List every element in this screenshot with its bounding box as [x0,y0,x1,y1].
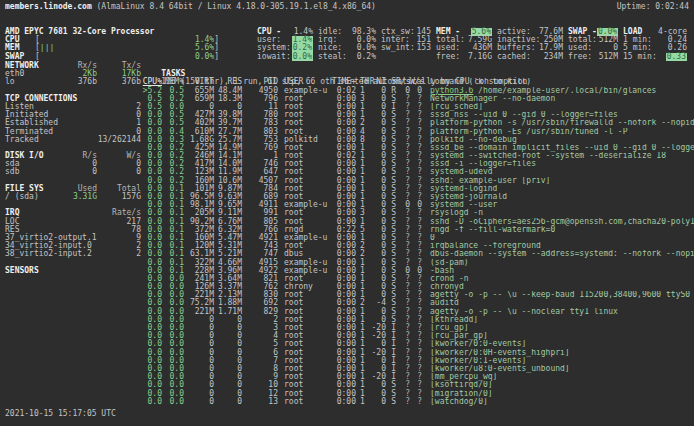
stat-label: iowait: [257,53,291,61]
process-command: [kworker/u8:0-events_unbound] [422,365,694,373]
process-command: rngd -f --fill-watermark=0 [422,226,694,234]
process-command: [kworker/0:0H-events_highpri] [422,349,694,357]
stat-label: cached: [497,53,531,61]
row-value-1 [61,128,97,136]
sidebar-row-sda: sda00 [5,160,141,168]
process-command: systemd-udevd [422,168,694,176]
process-command: sssd_nss --uid 0 --gid 0 --logger=files [422,111,694,119]
cell: ? [396,398,410,406]
section-header-row: DISK I/OR/sW/s [5,152,141,160]
process-command: (sd-pam) [422,259,694,267]
process-command: [migration/0] [422,390,694,398]
row-value-1: 3.31G [61,193,97,201]
gauge-bar: ||| [40,44,195,52]
row-value-2: 13/262144 [97,136,141,144]
process-command: systemd-journald [422,193,694,201]
gauge-bracket-close: ] [214,53,219,61]
row-label: sdb [5,168,19,176]
column-header [61,209,97,217]
command-name: python3.6 [430,87,473,95]
process-command: 0 [422,234,694,242]
col-header-command: Command ('k' to kill) [422,78,694,86]
process-command: -bash [422,267,694,275]
stat-value: 0.2% [357,53,376,61]
process-command: [mm_percpu_wq] [422,373,694,381]
gauge-swap: SWAP[0.0%] [5,53,219,61]
process-command: sshd -D -oCiphers=aes256-gcm@openssh.com… [422,218,694,226]
stat-value: 234M [544,53,563,61]
process-command: sshd: example-user [priv] [422,177,694,185]
stat-value: 7.16G [468,53,492,61]
sidebar-row-eth0: eth02Kb17Kb [5,70,141,78]
row-value-2: 0 [97,160,141,168]
row-value-1 [61,111,97,119]
gauge-bar [40,53,195,61]
stat-label: 15 min: [623,53,657,61]
row-value-2: 0 [97,111,141,119]
section-header-row: IRQRate/s [5,209,141,217]
stat-value: 0.0% [292,53,313,61]
stat-steal: steal:0.2% [318,53,376,61]
row-value-1 [61,103,97,111]
summary-column-5: SWAP -0.0%total:512Mused:0free:512M [568,28,618,61]
stat-label: sw_int: [381,44,415,52]
process-command: sssd -i --logger=files [422,160,694,168]
quicklook-gauges: CPU[1.4%]MEM[|||5.6%]SWAP[0.0%] [5,36,257,61]
process-command: python3.6 /home/example-user/.local/bin/… [422,87,694,95]
row-value-2: 1 [97,119,141,127]
os-info: (AlmaLinux 8.4 64bit / Linux 4.18.0-305.… [92,2,376,11]
quicklook-panel: AMD EPYC 7681 32-Core Processor CPU[1.4%… [5,28,257,61]
process-row[interactable]: 0.00.00013root0:0010S??[watchdog/0] [142,398,694,406]
stat-value: 512M [599,53,618,61]
process-command: NetworkManager --no-daemon [422,95,694,103]
cell: 0 [214,398,242,406]
row-value-2: 376b [97,78,141,86]
stat-cached: cached:234M [497,53,563,61]
section-header-row: SENSORS [5,267,141,275]
row-value-2: 9 [97,234,141,242]
processor-name: AMD EPYC 7681 32-Core Processor [5,28,257,36]
process-command: rsyslogd -n [422,209,694,217]
stats-summary-grid: CPU -1.4%user:1.4%system:0.2%iowait:0.0%… [257,28,692,61]
cell: root [278,398,328,406]
row-label: / (sda) [5,193,39,201]
row-value-2: 78 [97,226,141,234]
section-file-sys: FILE SYSUsedTotal/ (sda)3.31G157G [5,185,141,201]
summary-column-3: MEM -5.6%total:7.59Gused:436Mfree:7.16G [436,28,492,61]
timestamp: 2021-10-15 15:17:05 UTC [5,410,116,418]
row-value-1: 376b [61,78,97,86]
uptime-value: 0:02:44 [655,2,689,11]
section-disk-i-o: DISK I/OR/sW/ssda00sdb00 [5,152,141,177]
process-command: agetty -o -p -- \u --keep-baud 115200,38… [422,291,694,299]
stat-value: 153 [417,44,431,52]
sidebar-row-lo: lo376b376b [5,78,141,86]
stat-sw-int: sw_int:153 [381,44,431,52]
process-command: sssd_be --domain implicit_files --uid 0 … [422,144,694,152]
cell: 0.0 [162,398,184,406]
stat-blank [381,53,431,61]
row-value-2: 0 [97,168,141,176]
process-command: chronyd [422,283,694,291]
section-irq: IRQRate/sLOC217RES7837_virtio2-output.19… [5,209,141,258]
column-header [97,267,141,275]
section-title: SENSORS [5,267,39,275]
cell: 0 [184,398,214,406]
gauge-bar [40,36,195,44]
tasks-summary-line: TASKS 126 (150 thr), 1 run, 61 slp, 66 o… [142,62,694,78]
process-command: irqbalance --foreground [422,242,694,250]
process-command: auditd [422,299,694,307]
process-command: [kworker/0:0-events] [422,340,694,348]
stat-label: free: [436,53,460,61]
stat-label: steal: [318,53,347,61]
process-command: systemd --user [422,201,694,209]
process-command: polkitd --no-debug [422,136,694,144]
row-value-1 [61,119,97,127]
glances-terminal: { "terminal": { "host": "members.linode.… [0,0,694,426]
row-value-2: 2 [97,242,141,250]
section-network: NETWORKRx/sTx/seth02Kb17Kblo376b376b [5,62,141,87]
process-command: systemd-logind [422,185,694,193]
sidebar-row-tracked: Tracked13/262144 [5,136,141,144]
cell: 1 [356,398,370,406]
gauge-label: SWAP [5,53,35,61]
sidebar-row-sdb: sdb00 [5,168,141,176]
